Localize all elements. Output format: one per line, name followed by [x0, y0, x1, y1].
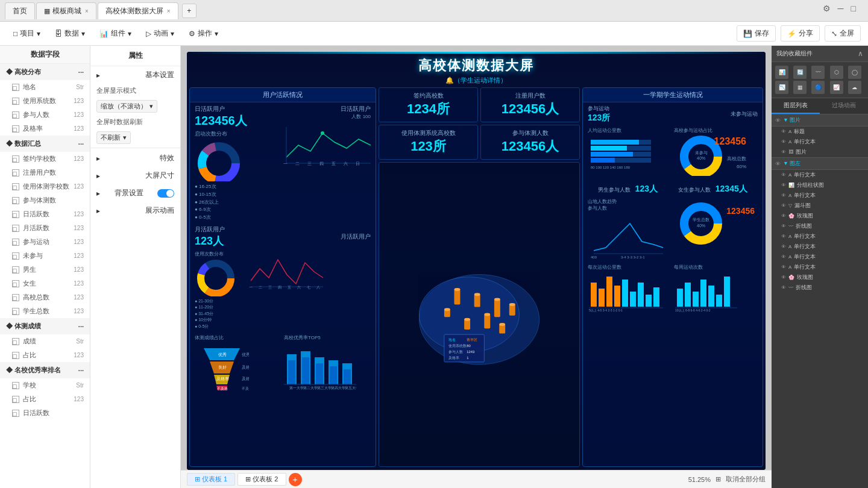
- ll-line2: 折线图: [796, 284, 812, 292]
- dashboard-tab-1[interactable]: ⊞ 仪表板 1: [187, 473, 235, 486]
- tab-transition[interactable]: 过场动画: [820, 98, 868, 114]
- eye-icon-t5[interactable]: 👁: [781, 244, 786, 249]
- eye-icon-text1[interactable]: 👁: [781, 139, 786, 145]
- exercise-card: 一学期学生运动情况 参与运动 123所 未参与运动: [582, 87, 763, 467]
- eye-icon-bar[interactable]: 👁: [781, 183, 786, 188]
- school-dist-more[interactable]: ···: [78, 69, 84, 76]
- component-label: 组件: [111, 28, 125, 39]
- layer-text-5[interactable]: 👁 A 单行文本: [772, 242, 868, 252]
- tab-dashboard-close[interactable]: ×: [167, 8, 171, 14]
- section-data-summary[interactable]: ◆ 数据汇总 ···: [0, 136, 90, 152]
- dashboard-tab-2[interactable]: ⊞ 仪表板 2: [237, 473, 286, 486]
- layer-text-2[interactable]: 👁 A 单行文本: [772, 170, 868, 180]
- section-school-dist[interactable]: ◆ 高校分布 ···: [0, 64, 90, 80]
- eye-icon-funnel[interactable]: 👁: [781, 203, 786, 208]
- eye-icon-t2[interactable]: 👁: [781, 172, 786, 178]
- maximize-icon[interactable]: □: [851, 4, 856, 13]
- fav-icon-chart[interactable]: 📈: [830, 81, 843, 94]
- layer-single-text-1[interactable]: 👁 A 单行文本: [772, 137, 868, 147]
- prop-background[interactable]: ▸ 背景设置: [90, 184, 180, 202]
- toolbar-animation[interactable]: ▷ 动画 ▾: [140, 26, 180, 41]
- eye-icon-line2[interactable]: 👁: [781, 285, 786, 290]
- prop-refresh-select[interactable]: 不刷新 ▾: [96, 131, 131, 144]
- add-dashboard-button[interactable]: +: [289, 473, 302, 486]
- settings-icon[interactable]: ⚙: [823, 4, 831, 13]
- prop-zoom-select[interactable]: 缩放（不滚动） ▾: [96, 100, 157, 113]
- toolbar-project[interactable]: □ 项目 ▾: [7, 26, 46, 41]
- fav-icon-blue[interactable]: 🔵: [811, 81, 825, 94]
- fav-icon-hex[interactable]: ⬡: [830, 66, 843, 79]
- tab-templates[interactable]: ▦ 模板商城 ×: [36, 2, 96, 19]
- eye-icon-img[interactable]: 👁: [781, 149, 786, 155]
- layer-funnel[interactable]: 👁 ▽ 漏斗图: [772, 201, 868, 211]
- tab-templates-close[interactable]: ×: [85, 8, 89, 14]
- prop-animation[interactable]: ▸ 展示动画: [90, 202, 180, 219]
- svg-rect-88: [591, 152, 633, 157]
- layer-image-item[interactable]: 👁 🖼 图片: [772, 147, 868, 157]
- layer-text-4[interactable]: 👁 A 单行文本: [772, 231, 868, 242]
- save-button[interactable]: 💾 保存: [737, 25, 776, 42]
- eye-icon-group-left[interactable]: 👁: [775, 161, 781, 167]
- checkbox-place-name[interactable]: □: [12, 84, 19, 91]
- gender-row: 男生参与人数 123人 女生参与人数 12345人: [583, 181, 763, 197]
- layer-rose-2[interactable]: 👁 🌸 玫瑰图: [772, 272, 868, 283]
- minimize-icon[interactable]: ─: [838, 4, 844, 13]
- checkbox-system-count[interactable]: □: [12, 98, 19, 105]
- fav-icon-trend[interactable]: 📉: [775, 81, 788, 94]
- dashboard-canvas[interactable]: 高校体测数据大屏 🔔（学生运动详情） 用户活跃情况 日活跃用户 日活跃用户: [187, 52, 766, 470]
- svg-rect-110: [630, 292, 636, 307]
- eye-icon-t3[interactable]: 👁: [781, 193, 786, 198]
- lt5: A: [788, 244, 791, 249]
- tab-layer-list[interactable]: 图层列表: [772, 98, 820, 114]
- share-button[interactable]: ⚡ 分享: [781, 25, 820, 42]
- eye-icon-t4[interactable]: 👁: [781, 234, 786, 239]
- eye-icon-rose1[interactable]: 👁: [781, 213, 786, 219]
- eye-icon-group-img[interactable]: 👁: [775, 117, 781, 124]
- eye-icon-rose2[interactable]: 👁: [781, 275, 786, 280]
- prop-size[interactable]: ▸ 大屏尺寸: [90, 167, 180, 184]
- toolbar-component[interactable]: 📊 组件 ▾: [93, 26, 137, 41]
- layer-group-left[interactable]: 👁 ▼ 图左: [772, 157, 868, 170]
- svg-rect-117: [685, 283, 691, 307]
- prop-effects[interactable]: ▸ 特效: [90, 149, 180, 167]
- layer-text-6[interactable]: 👁 A 单行文本: [772, 252, 868, 262]
- section-top-schools[interactable]: ◆ 名校优秀率排名 ···: [0, 362, 90, 378]
- fav-icon-cloud[interactable]: ☁: [848, 81, 861, 94]
- layer-text-3[interactable]: 👁 A 单行文本: [772, 190, 868, 201]
- eye-icon-title[interactable]: 👁: [781, 129, 786, 134]
- favorites-collapse[interactable]: ∧: [858, 49, 863, 58]
- school-ratio-pct: 60%: [737, 164, 746, 169]
- background-toggle[interactable]: [157, 189, 174, 198]
- svg-text:一: 一: [249, 286, 253, 289]
- layer-line-1[interactable]: 👁 〰 折线图: [772, 221, 868, 231]
- layer-grouped-bar[interactable]: 👁 📊 分组柱状图: [772, 180, 868, 190]
- fav-icon-circle[interactable]: ◯: [848, 66, 861, 79]
- checkbox-pass-rate[interactable]: □: [12, 125, 19, 133]
- layer-title[interactable]: 👁 A 标题: [772, 127, 868, 137]
- prop-basic-settings[interactable]: ▸ 基本设置: [90, 66, 180, 84]
- new-tab-button[interactable]: +: [182, 4, 197, 18]
- fav-icon-line[interactable]: 〰: [811, 66, 825, 79]
- data-summary-more[interactable]: ···: [78, 140, 84, 148]
- toolbar-data[interactable]: 🗄 数据 ▾: [49, 26, 91, 41]
- toolbar-operation[interactable]: ⚙ 操作 ▾: [183, 26, 224, 41]
- cancel-group-button[interactable]: 取消全部分组: [726, 475, 766, 484]
- fullscreen-button[interactable]: ⤡ 全屏: [825, 25, 861, 42]
- eye-icon-t6[interactable]: 👁: [781, 254, 786, 260]
- section-test-score[interactable]: ◆ 体测成绩 ···: [0, 318, 90, 334]
- fav-icon-refresh[interactable]: 🔄: [793, 66, 807, 79]
- tab-home[interactable]: 首页: [5, 2, 35, 19]
- tab-dashboard[interactable]: 高校体测数据大屏 ×: [98, 2, 178, 19]
- layer-rose-1[interactable]: 👁 🌸 玫瑰图: [772, 211, 868, 221]
- layer-line-2[interactable]: 👁 〰 折线图: [772, 283, 868, 293]
- bar-chart-area: 高校优秀率TOP5: [284, 334, 371, 392]
- top-schools-more[interactable]: ···: [78, 367, 84, 374]
- test-score-more[interactable]: ···: [78, 323, 84, 330]
- eye-icon-t7[interactable]: 👁: [781, 264, 786, 270]
- checkbox-participants[interactable]: □: [12, 111, 19, 119]
- layer-group-image[interactable]: 👁 ▼ 图片: [772, 114, 868, 127]
- eye-icon-line1[interactable]: 👁: [781, 224, 786, 229]
- layer-text-7[interactable]: 👁 A 单行文本: [772, 262, 868, 272]
- fav-icon-bar[interactable]: 📊: [775, 66, 788, 79]
- fav-icon-grid[interactable]: ▦: [793, 81, 807, 94]
